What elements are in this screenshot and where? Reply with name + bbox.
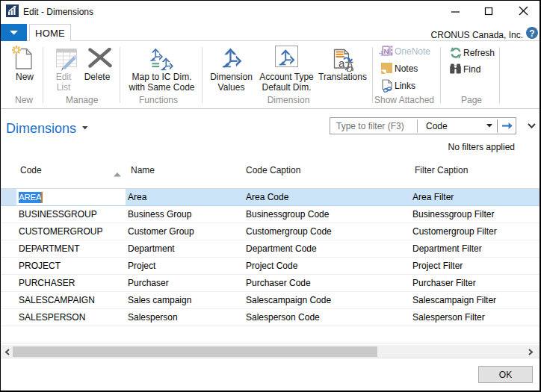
svg-text:N: N [384, 47, 389, 55]
svg-text:a: a [338, 57, 345, 69]
